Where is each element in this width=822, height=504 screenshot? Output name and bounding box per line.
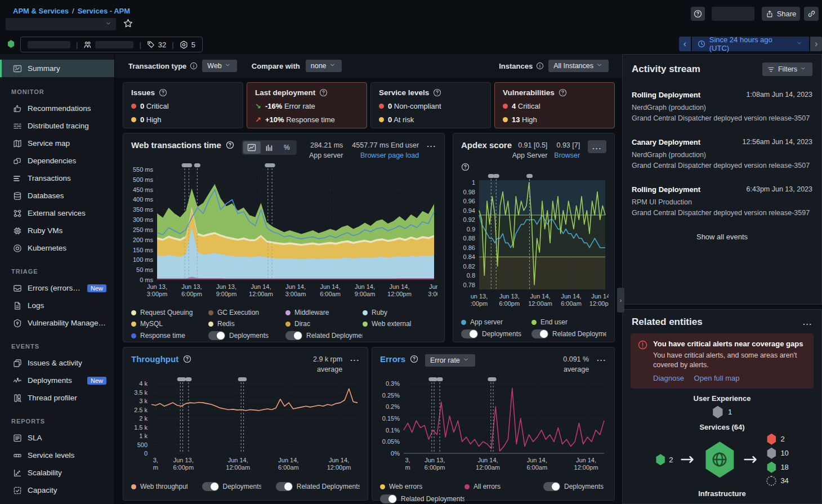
breakdown-row-dotted[interactable]: 34: [766, 476, 788, 486]
diagnose-link[interactable]: Diagnose: [653, 374, 684, 382]
legend-item-end-user[interactable]: End user: [531, 318, 606, 326]
sidebar-item-errors-errors-inbox[interactable]: Errors (errors inbox)New: [0, 279, 114, 297]
line-chart-toggle[interactable]: [243, 141, 261, 154]
help-icon[interactable]: [559, 88, 567, 97]
activity-event[interactable]: Rolling Deployment6:43pm Jun 13, 2023RPM…: [623, 185, 821, 218]
related-deployme-toggle[interactable]: [531, 329, 548, 338]
vulnerabilities-card[interactable]: Vulnerabilities4 Critical13 High: [494, 82, 615, 128]
sidebar-item-capacity[interactable]: Capacity: [0, 481, 114, 499]
info-icon[interactable]: [536, 62, 544, 70]
open-full-map-link[interactable]: Open full map: [694, 374, 740, 382]
legend-item-ruby[interactable]: Ruby: [363, 309, 436, 316]
legend-item-app-server[interactable]: App server: [461, 318, 531, 326]
time-back-button[interactable]: ‹: [679, 37, 691, 51]
web-transactions-chart[interactable]: 550 ms500 ms450 ms400 ms350 ms300 ms250 …: [123, 163, 444, 305]
sidebar-item-issues-activity[interactable]: Issues & activity: [0, 354, 114, 372]
related-deployments-toggle[interactable]: [380, 494, 397, 503]
help-icon[interactable]: [226, 141, 234, 149]
share-button[interactable]: Share: [762, 7, 800, 21]
sidebar-item-deployments[interactable]: DeploymentsNew: [0, 372, 114, 389]
more-options-button[interactable]: ...: [427, 140, 436, 149]
info-icon[interactable]: [190, 62, 198, 70]
more-options-button[interactable]: ...: [803, 318, 812, 327]
legend-item-all-errors[interactable]: All errors: [464, 482, 543, 491]
team-segment[interactable]: [83, 41, 133, 49]
more-options-button[interactable]: ...: [597, 354, 606, 363]
help-icon[interactable]: [433, 88, 441, 97]
sidebar-item-recommendations[interactable]: Recommendations: [0, 100, 114, 117]
more-options-button[interactable]: ...: [350, 354, 360, 363]
issues-card[interactable]: Issues0 Critical0 High: [123, 82, 243, 128]
sidebar-item-summary[interactable]: Summary: [0, 60, 114, 77]
sidebar-item-thread-profiler[interactable]: Thread profiler: [0, 389, 114, 407]
instances-select[interactable]: All Instances: [548, 60, 609, 72]
breadcrumb-apm-services[interactable]: APM & Services: [13, 7, 69, 15]
related-deployments-toggle[interactable]: [276, 482, 293, 491]
show-all-events-link[interactable]: Show all events: [623, 233, 821, 241]
errors-chart[interactable]: 0.3%0.25%0.2%0.15%0.1%0.05%0%3,mJun 13,6…: [372, 377, 614, 478]
more-options-button[interactable]: ...: [588, 140, 606, 153]
sidebar-item-dependencies[interactable]: Dependencies: [0, 152, 114, 170]
apdex-chart[interactable]: 10.980.960.940.920.90.880.860.840.820.80…: [453, 173, 614, 314]
legend-item-redis[interactable]: Redis: [208, 320, 285, 328]
sidebar-item-ruby-vms[interactable]: Ruby VMs: [0, 222, 114, 239]
last-deployment-card[interactable]: Last deployment↘-16% Error rate↗+10% Res…: [247, 82, 367, 128]
sidebar-item-service-map[interactable]: Service map: [0, 135, 114, 152]
legend-item-request-queuing[interactable]: Request Queuing: [131, 309, 208, 316]
sidebar-item-sla[interactable]: SLA: [0, 429, 114, 447]
legend-item-web-errors[interactable]: Web errors: [380, 482, 464, 491]
upstream-node[interactable]: 2: [655, 454, 673, 465]
percent-toggle[interactable]: %: [278, 141, 296, 154]
current-service-hexagon[interactable]: [703, 441, 736, 478]
help-icon[interactable]: [319, 88, 328, 97]
transaction-type-select[interactable]: Web: [202, 60, 236, 72]
legend-item-dirac[interactable]: Dirac: [285, 320, 363, 328]
activity-event[interactable]: Rolling Deployment1:08am Jun 14, 2023Ner…: [623, 91, 821, 123]
permalink-button[interactable]: [804, 7, 819, 21]
browser-link[interactable]: Browser: [554, 151, 580, 159]
collapse-panel-handle[interactable]: ›: [617, 288, 624, 313]
breakdown-row-red[interactable]: 2: [766, 434, 788, 445]
help-icon[interactable]: [183, 355, 191, 363]
settings-segment[interactable]: 5: [180, 41, 195, 49]
tags-segment[interactable]: 32: [147, 41, 166, 49]
compare-with-select[interactable]: none: [306, 60, 342, 72]
legend-item-web-external[interactable]: Web external: [363, 320, 436, 328]
sidebar-item-distributed-tracing[interactable]: Distributed tracing: [0, 117, 114, 135]
throughput-link[interactable]: Throughput: [131, 354, 178, 364]
sidebar-item-logs[interactable]: Logs: [0, 297, 114, 314]
help-icon[interactable]: [461, 163, 470, 171]
browser-page-load-link[interactable]: Browser page load: [360, 151, 419, 159]
bar-chart-toggle[interactable]: [261, 141, 278, 154]
help-icon[interactable]: [159, 88, 167, 97]
sidebar-item-external-services[interactable]: External services: [0, 204, 114, 222]
sidebar-item-service-levels[interactable]: Service levels: [0, 447, 114, 464]
time-range-button[interactable]: Since 24 hours ago (UTC): [692, 37, 810, 51]
deployments-toggle[interactable]: [202, 482, 219, 491]
favorite-star-icon[interactable]: [123, 19, 133, 28]
user-experience-node[interactable]: 1: [623, 406, 821, 418]
legend-item-middleware[interactable]: Middleware: [285, 309, 363, 316]
help-icon[interactable]: [410, 355, 418, 363]
legend-item-mysql[interactable]: MySQL: [131, 320, 208, 328]
error-rate-select[interactable]: Error rate: [425, 354, 475, 367]
breadcrumb-services-apm[interactable]: Services - APM: [78, 7, 130, 15]
deployments-toggle[interactable]: [543, 482, 560, 491]
deployments-toggle[interactable]: [461, 329, 478, 338]
deployments-toggle[interactable]: [208, 331, 225, 340]
sidebar-item-kubernetes[interactable]: Kubernetes: [0, 239, 114, 257]
legend-item-response-time[interactable]: Response time: [131, 331, 208, 340]
sidebar-item-vulnerability-management[interactable]: Vulnerability Management: [0, 314, 114, 332]
legend-item-web-throughput[interactable]: Web throughput: [131, 482, 187, 491]
service-levels-card[interactable]: Service levels0 Non-compliant0 At risk: [370, 82, 491, 128]
related-deployments-toggle[interactable]: [285, 331, 302, 340]
activity-event[interactable]: Canary Deployment12:56am Jun 14, 2023Ner…: [623, 138, 821, 171]
errors-link[interactable]: Errors: [380, 354, 405, 364]
filters-button[interactable]: Filters: [762, 63, 812, 76]
breakdown-row-green[interactable]: 18: [766, 462, 788, 473]
entity-name-select[interactable]: [6, 18, 116, 30]
throughput-chart[interactable]: 4 k3.5 k3 k2.5 k2 k1.5 k1 k50003,mJun 13…: [123, 377, 368, 478]
legend-item-gc-execution[interactable]: GC Execution: [208, 309, 285, 316]
sidebar-item-databases[interactable]: Databases: [0, 187, 114, 204]
help-button[interactable]: [691, 7, 705, 21]
